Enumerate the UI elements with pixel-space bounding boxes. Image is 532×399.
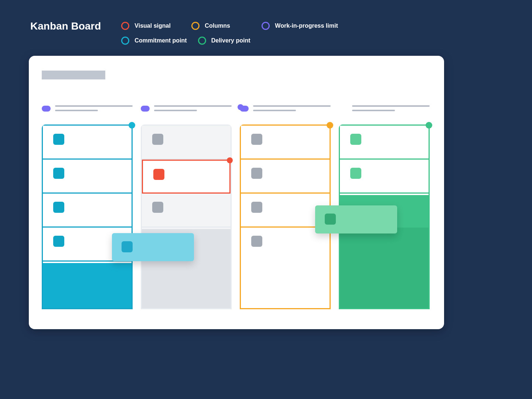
column-stack[interactable] [42, 125, 133, 309]
kanban-card[interactable] [340, 160, 429, 194]
card-chip-icon [251, 134, 262, 145]
kanban-column[interactable] [141, 105, 232, 309]
kanban-card[interactable] [142, 126, 231, 160]
column-title-placeholder [55, 105, 133, 114]
kanban-column[interactable] [42, 105, 133, 309]
column-footer [340, 228, 429, 308]
card-chip-icon [325, 214, 336, 225]
column-header [141, 105, 232, 116]
legend-item-columns: Columns [191, 22, 250, 30]
column-title-placeholder [253, 105, 331, 114]
kanban-card[interactable] [43, 194, 132, 228]
card-chip-icon [251, 202, 262, 213]
card-chip-icon [251, 168, 262, 179]
legend: Visual signal Columns Work-in-progress l… [121, 20, 387, 45]
wip-badge [141, 106, 150, 112]
dot-icon [262, 22, 270, 30]
legend-label: Delivery point [211, 37, 250, 44]
column-header [240, 105, 331, 116]
legend-item-delivery-point: Delivery point [198, 37, 257, 45]
card-chip-icon [350, 134, 361, 145]
kanban-card[interactable] [241, 126, 330, 160]
page-title: Kanban Board [30, 20, 101, 32]
card-chip-icon [152, 134, 163, 145]
card-chip-icon [153, 169, 164, 180]
wip-badge [240, 106, 249, 112]
legend-label: Work-in-progress limit [275, 23, 338, 29]
dot-icon [198, 37, 206, 45]
card-chip-icon [251, 236, 262, 247]
column-footer [43, 263, 132, 308]
kanban-card[interactable] [340, 126, 429, 160]
wip-limit-marker [238, 104, 243, 110]
kanban-board-panel [29, 56, 444, 329]
delivery-point-marker [426, 122, 432, 129]
column-title-placeholder [352, 105, 430, 114]
dot-icon [121, 37, 129, 45]
card-chip-icon [122, 241, 133, 252]
legend-item-wip-limit: Work-in-progress limit [262, 22, 350, 30]
commitment-point-marker [129, 122, 135, 129]
card-chip-icon [53, 134, 64, 145]
column-header [42, 105, 133, 116]
legend-item-commitment-point: Commitment point [121, 37, 187, 45]
card-chip-icon [53, 202, 64, 213]
dot-icon [121, 22, 129, 30]
legend-label: Columns [205, 23, 230, 29]
kanban-card[interactable] [241, 160, 330, 194]
card-chip-icon [53, 168, 64, 179]
column-header [339, 105, 430, 116]
column-title-placeholder [154, 105, 232, 114]
legend-label: Commitment point [134, 37, 187, 44]
columns-marker [327, 122, 333, 129]
card-chip-icon [152, 202, 163, 213]
card-chip-icon [53, 236, 64, 247]
kanban-card[interactable] [142, 194, 231, 228]
wip-badge [42, 106, 51, 112]
dragging-card[interactable] [112, 233, 194, 261]
board-title-placeholder [42, 71, 105, 79]
kanban-card-visual-signal[interactable] [142, 160, 231, 194]
legend-label: Visual signal [134, 23, 171, 29]
kanban-card[interactable] [43, 160, 132, 194]
dot-icon [191, 22, 200, 30]
dragging-card[interactable] [315, 205, 397, 233]
legend-item-visual-signal: Visual signal [121, 22, 180, 30]
card-chip-icon [350, 168, 361, 179]
column-stack[interactable] [141, 125, 232, 309]
kanban-card[interactable] [43, 126, 132, 160]
